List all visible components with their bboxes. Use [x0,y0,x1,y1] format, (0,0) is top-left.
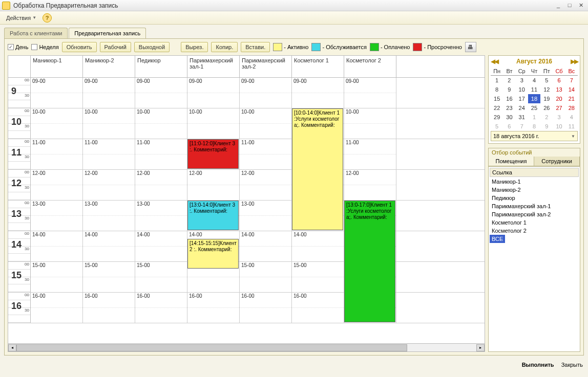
schedule-cell[interactable]: 12-00 [31,170,83,200]
paste-button[interactable]: Встави. [241,42,270,52]
schedule-cell[interactable]: 14-00 [83,231,135,261]
calendar-day[interactable]: 4 [528,76,540,85]
calendar-day[interactable]: 21 [565,94,578,103]
calendar-day[interactable]: 5 [491,122,503,131]
calendar-day[interactable]: 6 [503,122,515,131]
next-year-icon[interactable]: ▶▶ [571,58,578,65]
filter-item[interactable]: Косметолог 1 [490,218,579,227]
calendar-day[interactable]: 13 [553,85,565,94]
calendar-day[interactable]: 3 [516,76,528,85]
schedule-cell[interactable]: 09-00 [135,78,187,108]
appointment[interactable]: [10:0-14:0]Клиент 1 :Услуги косметолога;… [292,108,343,230]
calendar-day[interactable]: 10 [516,85,528,94]
schedule-cell[interactable]: 10-00 [240,108,292,139]
schedule-cell[interactable]: 16-00 [187,293,240,323]
schedule-cell[interactable]: 13-00 [240,201,292,231]
schedule-cell[interactable]: 12-00 [187,170,240,200]
calendar-day[interactable]: 5 [540,76,553,85]
schedule-cell[interactable]: 12-00 [83,170,135,200]
calendar-day[interactable]: 12 [540,85,553,94]
calendar-day[interactable]: 31 [516,113,528,122]
schedule-cell[interactable]: 16-00 [135,293,187,323]
date-selector[interactable]: 18 августа 2016 г. ▼ [491,131,578,141]
calendar-day[interactable]: 19 [540,94,553,103]
mini-calendar[interactable]: ◀◀ Август 2016 ▶▶ ПнВтСрЧтПтСбВс 1234567… [488,55,580,144]
schedule-cell[interactable]: 11-00 [344,139,396,169]
schedule-cell[interactable]: 11-00 [135,139,187,169]
calendar-day[interactable]: 20 [553,94,565,103]
filter-item[interactable]: Парикмахерский зал-1 [490,202,579,210]
calendar-day[interactable]: 26 [540,103,553,113]
schedule-cell[interactable]: 15-00 [240,262,292,292]
schedule-cell[interactable]: 13-00 [135,201,187,231]
minimize-button[interactable]: _ [553,2,563,10]
calendar-day[interactable]: 16 [503,94,515,103]
schedule-cell[interactable]: 14-00 [135,231,187,261]
dayoff-button[interactable]: Выходной [134,42,170,52]
schedule-cell[interactable]: 09-00 [344,78,396,108]
calendar-day[interactable]: 2 [540,113,553,122]
filter-item[interactable]: Маникюр-2 [490,186,579,194]
schedule-cell[interactable]: 16-00 [31,293,83,323]
calendar-day[interactable]: 24 [516,103,528,113]
calendar-day[interactable]: 30 [503,113,515,122]
copy-button[interactable]: Копир. [211,42,238,52]
calendar-day[interactable]: 1 [528,113,540,122]
maximize-button[interactable]: □ [564,2,575,10]
filter-item[interactable]: Парикмахерский зал-2 [490,210,579,218]
calendar-day[interactable]: 25 [528,103,540,113]
appointment[interactable]: [14:15-15:15]Клиент 2 :. Комментарий: [187,239,239,269]
refresh-button[interactable]: Обновить [62,42,97,52]
schedule-cell[interactable]: 15-00 [83,262,135,292]
close-link[interactable]: Закрыть [561,362,583,368]
schedule-cell[interactable]: 10-00 [344,108,396,139]
calendar-day[interactable]: 15 [491,94,503,103]
schedule-cell[interactable]: 12-00 [135,170,187,200]
filter-item[interactable]: Маникюр-1 [490,178,579,186]
calendar-day[interactable]: 2 [503,76,515,85]
calendar-day[interactable]: 28 [565,103,578,113]
calendar-day[interactable]: 9 [540,122,553,131]
calendar-day[interactable]: 14 [565,85,578,94]
calendar-day[interactable]: 4 [565,113,578,122]
week-checkbox[interactable]: Неделя [31,44,58,50]
schedule-cell[interactable]: 09-00 [31,78,83,108]
schedule-cell[interactable]: 15-00 [135,262,187,292]
work-button[interactable]: Рабочий [100,42,131,52]
schedule-cell[interactable]: 09-00 [292,78,344,108]
calendar-day[interactable]: 6 [553,76,565,85]
calendar-day[interactable]: 22 [491,103,503,113]
schedule-cell[interactable]: 15-00 [31,262,83,292]
help-button[interactable]: ? [43,13,52,23]
cut-button[interactable]: Вырез. [181,42,208,52]
schedule-cell[interactable]: 16-00 [240,293,292,323]
calendar-day[interactable]: 8 [491,85,503,94]
schedule-cell[interactable]: 14-00 [240,231,292,261]
schedule-cell[interactable]: 14-00 [31,231,83,261]
schedule-cell[interactable]: 13-00 [83,201,135,231]
calendar-day[interactable]: 7 [516,122,528,131]
schedule-cell[interactable]: 11-00 [83,139,135,169]
calendar-day[interactable]: 8 [528,122,540,131]
schedule-grid[interactable]: Маникюр-1Маникюр-2ПедикюрПарикмахерский … [8,55,485,352]
calendar-day[interactable]: 27 [553,103,565,113]
prev-year-icon[interactable]: ◀◀ [491,58,498,65]
schedule-cell[interactable]: 13-00 [31,201,83,231]
calendar-day[interactable]: 11 [528,85,540,94]
calendar-day[interactable]: 7 [565,76,578,85]
schedule-cell[interactable]: 11-00 [240,139,292,169]
appointment[interactable]: [13:0-14:0]Клиент 3 :. Комментарий: [187,201,239,230]
schedule-cell[interactable]: 15-00 [292,262,344,292]
calendar-day[interactable]: 1 [491,76,503,85]
filter-tab-rooms[interactable]: Помещения [489,157,534,166]
filter-tab-staff[interactable]: Сотрудники [534,157,580,166]
tab-clients[interactable]: Работа с клиентами [4,28,68,38]
appointment[interactable]: [11:0-12:0]Клиент 3 :. Комментарий: [187,139,239,169]
execute-button[interactable]: Выполнить [522,362,554,368]
schedule-cell[interactable]: 14-00 [292,231,344,261]
appointment[interactable]: [13:0-17:0]Клиент 1 :Услуги косметолога;… [344,201,395,322]
schedule-cell[interactable]: 11-00 [31,139,83,169]
schedule-cell[interactable]: 10-00 [83,108,135,139]
close-button[interactable]: ✕ [576,2,586,10]
tab-booking[interactable]: Предварительная запись [69,28,146,38]
